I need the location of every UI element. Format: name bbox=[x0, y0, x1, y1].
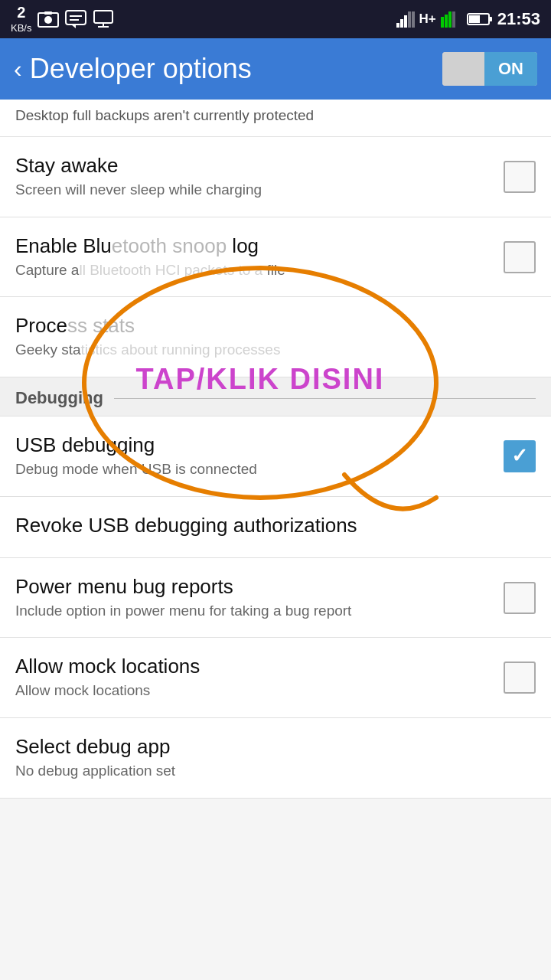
stay-awake-checkbox[interactable] bbox=[504, 161, 536, 193]
status-time: 21:53 bbox=[497, 9, 540, 29]
toggle-on-button[interactable]: ON bbox=[484, 52, 537, 86]
svg-rect-15 bbox=[441, 17, 444, 28]
process-stats-subtitle: Geeky statistics about running processes bbox=[15, 341, 527, 360]
stay-awake-item[interactable]: Stay awake Screen will never sleep while… bbox=[0, 137, 551, 217]
process-stats-title: Process stats bbox=[15, 314, 527, 338]
bluetooth-log-title: Enable Bluetooth snoop log bbox=[15, 234, 494, 258]
svg-marker-4 bbox=[71, 24, 76, 28]
header: ‹ Developer options ON bbox=[0, 38, 551, 100]
network-icon bbox=[441, 11, 462, 28]
speed-indicator: 2 KB/s bbox=[11, 4, 31, 34]
usb-debugging-checkbox[interactable] bbox=[504, 440, 536, 472]
status-left: 2 KB/s bbox=[11, 4, 114, 34]
svg-point-1 bbox=[44, 16, 52, 24]
revoke-usb-text: Revoke USB debugging authorizations bbox=[15, 514, 536, 541]
revoke-usb-title: Revoke USB debugging authorizations bbox=[15, 514, 527, 537]
page-title: Developer options bbox=[30, 53, 252, 85]
svg-rect-3 bbox=[66, 11, 86, 24]
mock-locations-text: Allow mock locations Allow mock location… bbox=[15, 655, 504, 701]
power-menu-item[interactable]: Power menu bug reports Include option in… bbox=[0, 558, 551, 639]
svg-rect-10 bbox=[396, 23, 399, 28]
svg-rect-2 bbox=[44, 11, 52, 15]
debugging-section: Debugging bbox=[0, 377, 551, 416]
usb-debugging-text: USB debugging Debug mode when USB is con… bbox=[15, 433, 504, 479]
svg-rect-21 bbox=[489, 17, 492, 21]
photo-icon bbox=[37, 11, 59, 28]
power-menu-text: Power menu bug reports Include option in… bbox=[15, 575, 504, 621]
network-type: H+ bbox=[419, 11, 436, 27]
partial-text: Desktop full backups aren't currently pr… bbox=[15, 107, 314, 123]
partial-item: Desktop full backups aren't currently pr… bbox=[0, 100, 551, 137]
computer-icon bbox=[93, 10, 114, 28]
usb-debugging-title: USB debugging bbox=[15, 433, 494, 457]
mock-locations-checkbox[interactable] bbox=[504, 662, 536, 694]
back-button[interactable]: ‹ bbox=[14, 55, 22, 83]
stay-awake-title: Stay awake bbox=[15, 154, 494, 178]
svg-rect-20 bbox=[469, 15, 480, 23]
power-menu-subtitle: Include option in power menu for taking … bbox=[15, 602, 494, 621]
svg-rect-12 bbox=[404, 15, 407, 28]
bluetooth-log-checkbox[interactable] bbox=[504, 241, 536, 273]
section-divider bbox=[114, 398, 536, 399]
select-debug-app-title: Select debug app bbox=[15, 735, 527, 759]
header-left: ‹ Developer options bbox=[14, 53, 252, 85]
usb-debugging-subtitle: Debug mode when USB is connected bbox=[15, 460, 494, 479]
revoke-usb-item[interactable]: Revoke USB debugging authorizations bbox=[0, 497, 551, 558]
process-stats-text: Process stats Geeky statistics about run… bbox=[15, 314, 536, 360]
message-icon bbox=[65, 10, 86, 28]
mock-locations-title: Allow mock locations bbox=[15, 655, 494, 678]
svg-rect-17 bbox=[448, 11, 452, 28]
select-debug-app-text: Select debug app No debug application se… bbox=[15, 735, 536, 781]
select-debug-app-item[interactable]: Select debug app No debug application se… bbox=[0, 718, 551, 799]
mock-locations-item[interactable]: Allow mock locations Allow mock location… bbox=[0, 638, 551, 718]
stay-awake-subtitle: Screen will never sleep while charging bbox=[15, 181, 494, 200]
battery-icon bbox=[467, 12, 493, 26]
power-menu-checkbox[interactable] bbox=[504, 582, 536, 614]
svg-rect-18 bbox=[452, 11, 455, 28]
svg-rect-11 bbox=[400, 19, 403, 28]
svg-rect-13 bbox=[408, 11, 411, 28]
svg-rect-7 bbox=[94, 11, 112, 23]
status-bar: 2 KB/s H+ bbox=[0, 0, 551, 38]
debugging-label: Debugging bbox=[15, 388, 103, 408]
power-menu-title: Power menu bug reports bbox=[15, 575, 494, 599]
svg-rect-16 bbox=[445, 15, 448, 28]
process-stats-item[interactable]: Process stats Geeky statistics about run… bbox=[0, 297, 551, 377]
svg-rect-14 bbox=[412, 11, 415, 28]
toggle-off-area bbox=[442, 52, 484, 86]
bluetooth-log-text: Enable Bluetooth snoop log Capture all B… bbox=[15, 234, 504, 280]
mock-locations-subtitle: Allow mock locations bbox=[15, 681, 494, 701]
bluetooth-log-item[interactable]: Enable Bluetooth snoop log Capture all B… bbox=[0, 217, 551, 298]
stay-awake-text: Stay awake Screen will never sleep while… bbox=[15, 154, 504, 200]
select-debug-app-subtitle: No debug application set bbox=[15, 762, 527, 781]
bluetooth-log-subtitle: Capture all Bluetooth HCI packets to a f… bbox=[15, 261, 494, 280]
developer-toggle[interactable]: ON bbox=[442, 52, 537, 86]
status-right: H+ 21:53 bbox=[396, 9, 541, 29]
signal-icon bbox=[396, 11, 415, 28]
usb-debugging-item[interactable]: USB debugging Debug mode when USB is con… bbox=[0, 416, 551, 497]
